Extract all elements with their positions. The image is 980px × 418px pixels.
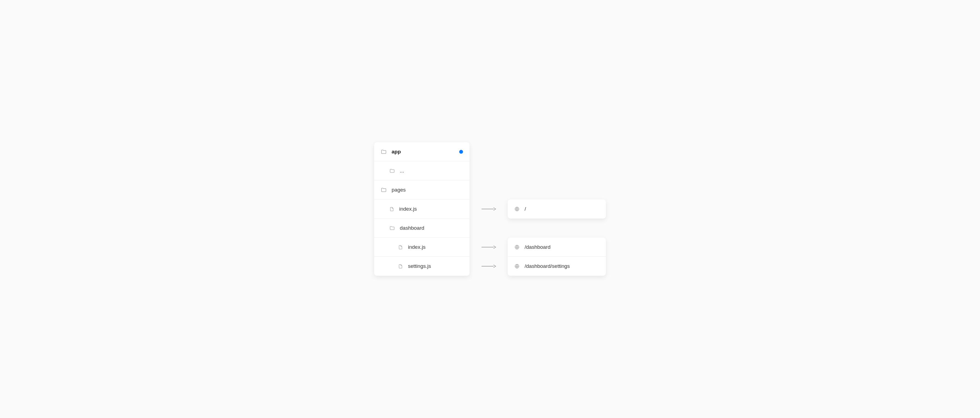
tree-file-row: index.js bbox=[374, 199, 469, 219]
route-path: / bbox=[525, 206, 526, 212]
tree-ellipsis-label: ... bbox=[400, 168, 404, 174]
globe-icon bbox=[514, 264, 520, 269]
file-icon bbox=[398, 264, 403, 269]
route-card: / bbox=[508, 199, 606, 219]
globe-icon bbox=[514, 245, 520, 250]
tree-root-label: app bbox=[391, 149, 401, 155]
arrows-column bbox=[480, 142, 497, 276]
folder-icon bbox=[390, 168, 395, 173]
tree-file-label: settings.js bbox=[408, 263, 431, 269]
tree-folder-row: dashboard bbox=[374, 219, 469, 238]
tree-folder-label: dashboard bbox=[400, 225, 424, 231]
tree-file-row: index.js bbox=[374, 238, 469, 257]
route-row: /dashboard bbox=[508, 238, 606, 257]
file-tree: app ... pages bbox=[374, 142, 469, 276]
route-card: /dashboard /dashboard/settings bbox=[508, 238, 606, 276]
route-row: /dashboard/settings bbox=[508, 257, 606, 276]
tree-ellipsis-row: ... bbox=[374, 161, 469, 180]
folder-icon bbox=[390, 225, 395, 231]
file-icon bbox=[398, 245, 403, 250]
tree-pages-label: pages bbox=[391, 187, 406, 193]
tree-pages-row: pages bbox=[374, 180, 469, 199]
file-icon bbox=[390, 207, 395, 211]
route-path: /dashboard bbox=[525, 244, 550, 250]
route-row: / bbox=[508, 199, 606, 219]
tree-file-row: settings.js bbox=[374, 257, 469, 276]
tree-file-label: index.js bbox=[399, 206, 417, 212]
folder-icon bbox=[381, 187, 387, 193]
folder-icon bbox=[381, 149, 387, 155]
route-path: /dashboard/settings bbox=[525, 263, 570, 269]
tree-file-label: index.js bbox=[408, 244, 425, 250]
diagram: app ... pages bbox=[374, 142, 606, 276]
arrow-icon bbox=[480, 257, 497, 276]
arrow-icon bbox=[480, 238, 497, 257]
routes-column: / /dashboard bbox=[508, 142, 606, 276]
tree-root-row: app bbox=[374, 142, 469, 161]
arrow-icon bbox=[480, 199, 497, 219]
status-dot-icon bbox=[459, 150, 463, 154]
globe-icon bbox=[514, 206, 520, 212]
